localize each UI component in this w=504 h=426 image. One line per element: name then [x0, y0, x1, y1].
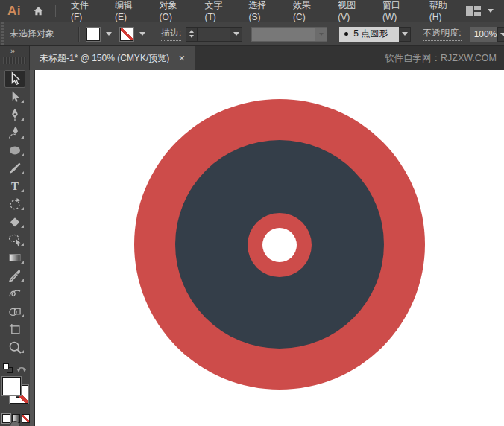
pen-tool[interactable] — [0, 106, 30, 124]
selection-status: 未选择对象 — [10, 28, 71, 40]
menu-separator — [55, 5, 56, 17]
chevron-down-icon — [139, 32, 145, 36]
opacity-field[interactable]: 100% — [470, 27, 501, 42]
selection-tool[interactable] — [0, 70, 30, 88]
divider — [78, 27, 79, 42]
shaper-icon — [7, 286, 23, 301]
gradient-icon — [7, 250, 23, 265]
artboard-icon — [7, 322, 22, 337]
menu-type[interactable]: 文字(T) — [196, 0, 240, 22]
opacity-dropdown-button[interactable] — [497, 27, 504, 42]
curvature-tool[interactable] — [0, 124, 30, 142]
tab-bar: » 未标题-1* @ 150% (CMYK/预览) ✕ 软件自学网：RJZXW.… — [0, 46, 504, 70]
drawing-modes-button[interactable] — [10, 421, 20, 426]
brush-preview-dot-icon — [344, 32, 348, 36]
menu-select[interactable]: 选择(S) — [240, 0, 285, 22]
fill-color-combo[interactable] — [86, 28, 114, 41]
brush-definition-combo[interactable]: 5 点圆形 — [339, 27, 411, 42]
chevron-down-icon — [233, 32, 239, 36]
ellipse-tool[interactable] — [0, 142, 30, 159]
direct-selection-tool[interactable] — [0, 88, 30, 106]
home-button[interactable] — [32, 5, 45, 17]
brush-definition-dropdown[interactable] — [399, 27, 411, 42]
stroke-weight-stepper[interactable] — [186, 27, 198, 42]
width-profile-combo — [251, 27, 327, 42]
chevron-down-icon — [500, 33, 504, 36]
type-tool-glyph: T — [11, 180, 19, 193]
chevron-down-icon — [488, 9, 494, 13]
menu-bar: Ai 文件(F) 编辑(E) 对象(O) 文字(T) 选择(S) 效果(C) 视… — [0, 0, 504, 22]
selection-arrow-icon — [7, 71, 23, 87]
chevron-down-icon — [319, 33, 324, 36]
fill-dropdown-button[interactable] — [103, 28, 114, 41]
menu-view[interactable]: 视图(V) — [330, 0, 374, 22]
toolbar-divider — [4, 360, 26, 360]
swap-arrows-icon — [16, 365, 27, 374]
stroke-color-combo[interactable] — [120, 28, 148, 41]
direct-selection-arrow-icon — [7, 89, 22, 104]
fill-swatch[interactable] — [86, 28, 100, 41]
brush-definition-field[interactable]: 5 点圆形 — [339, 27, 399, 42]
stepper-down-icon — [189, 35, 194, 38]
paintbrush-tool[interactable] — [0, 159, 30, 177]
panel-drag-handle[interactable] — [3, 57, 26, 64]
default-fill-stroke-button[interactable] — [3, 363, 13, 374]
fill-color-swatch[interactable] — [2, 377, 21, 395]
rotate-tool[interactable] — [0, 195, 30, 213]
lasso-tool[interactable] — [0, 231, 30, 249]
menu-edit[interactable]: 编辑(E) — [107, 0, 151, 22]
chevron-down-icon — [106, 32, 112, 36]
shape-builder-tool[interactable] — [0, 302, 30, 320]
stroke-dropdown-button[interactable] — [136, 28, 148, 41]
toolbar-dock-header: » — [0, 46, 30, 70]
eraser-icon — [7, 214, 22, 229]
zoom-tool[interactable] — [0, 338, 30, 356]
app-logo: Ai — [7, 4, 21, 19]
none-button[interactable] — [22, 414, 30, 423]
gradient-tool[interactable] — [0, 249, 30, 267]
menu-help[interactable]: 帮助(H) — [421, 0, 466, 22]
artboard-tool[interactable] — [0, 320, 30, 338]
menu-window[interactable]: 窗口(W) — [374, 0, 421, 22]
document-tab[interactable]: 未标题-1* @ 150% (CMYK/预览) ✕ — [30, 46, 195, 70]
eraser-tool[interactable] — [0, 213, 30, 231]
width-profile-dropdown — [315, 27, 327, 42]
workspace-icon — [466, 6, 481, 16]
collapse-panel-button[interactable]: » — [10, 46, 14, 55]
eyedropper-tool[interactable] — [0, 267, 30, 284]
fill-stroke-controls — [0, 363, 30, 375]
color-button[interactable] — [2, 414, 10, 423]
stroke-swatch-none[interactable] — [120, 28, 133, 41]
stepper-up-icon — [189, 30, 194, 33]
artwork-circles — [134, 99, 425, 390]
home-icon — [32, 5, 45, 17]
close-icon[interactable]: ✕ — [178, 54, 185, 63]
center-white-circle[interactable] — [262, 228, 297, 262]
shape-builder-icon — [7, 304, 23, 319]
pen-icon — [7, 107, 22, 122]
paintbrush-icon — [7, 161, 22, 176]
document-tab-title: 未标题-1* @ 150% (CMYK/预览) — [40, 52, 169, 65]
eyedropper-icon — [7, 268, 22, 283]
type-tool[interactable]: T — [0, 177, 30, 195]
control-bar: 未选择对象 描边: 5 点圆形 不透明度: 100% — [0, 22, 504, 46]
chevron-down-icon — [402, 32, 408, 36]
workspace-switcher[interactable] — [466, 6, 494, 16]
curvature-icon — [7, 125, 22, 140]
stroke-weight-field[interactable] — [198, 27, 230, 42]
watermark-text: 软件自学网：RJZXW.COM — [385, 46, 497, 70]
toolbar: T — [0, 70, 30, 426]
stroke-panel-link[interactable]: 描边: — [161, 27, 181, 41]
menu-object[interactable]: 对象(O) — [151, 0, 197, 22]
ellipse-icon — [7, 143, 23, 158]
lasso-icon — [7, 232, 23, 247]
brush-definition-value: 5 点圆形 — [353, 28, 388, 40]
zoom-magnifier-icon — [7, 340, 23, 355]
stroke-weight-dropdown[interactable] — [230, 27, 242, 42]
menu-file[interactable]: 文件(F) — [63, 0, 107, 22]
menu-effect[interactable]: 效果(C) — [285, 0, 330, 22]
opacity-panel-link[interactable]: 不透明度: — [423, 27, 461, 41]
panel-grip[interactable] — [0, 22, 5, 45]
shaper-tool[interactable] — [0, 284, 30, 302]
width-profile-field — [251, 27, 315, 42]
